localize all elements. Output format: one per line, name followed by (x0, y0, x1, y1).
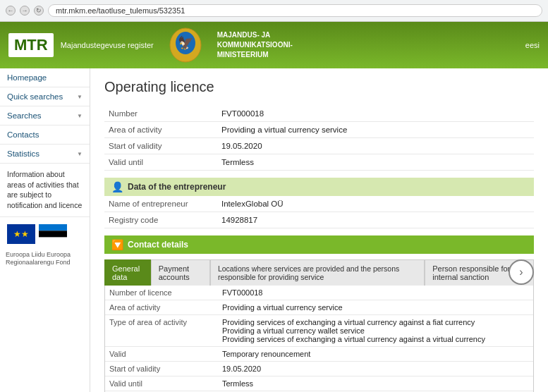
table-row: Name of entrepreneur IntelexGlobal OÜ (104, 196, 534, 212)
tab-content-general: Number of licence FVT000018 Area of acti… (104, 286, 534, 392)
logo-block: MTR Majandustegevuse register (8, 33, 154, 57)
coat-svg: 🦅 (168, 27, 203, 63)
contact-icon: 🔽 (111, 239, 123, 250)
table-row: Valid until Termless (104, 154, 534, 171)
page-title: Operating licence (104, 79, 534, 95)
site-header: MTR Majandustegevuse register 🦅 Majandus… (0, 22, 548, 68)
svg-rect-7 (39, 237, 67, 243)
language-switcher[interactable]: eesi (525, 41, 540, 49)
entrepreneur-icon: 👤 (111, 181, 123, 192)
sidebar-logos: ★★ (0, 217, 90, 251)
tab-general-data[interactable]: General data (104, 259, 151, 286)
coat-of-arms: 🦅 (168, 27, 203, 63)
sidebar-footer-text: Euroopa Liidu Euroopa Regionaalarengu Fo… (0, 251, 90, 271)
tab-next-button[interactable]: › (509, 259, 534, 285)
table-row: Type of area of activity Providing servi… (105, 315, 533, 347)
tab-payment-accounts[interactable]: Payment accounts (151, 259, 210, 286)
sidebar-item-quick-searches[interactable]: Quick searches (0, 87, 90, 106)
logo-mtr: MTR (8, 33, 54, 57)
address-bar[interactable]: mtr.mkm.ee/taotluse_tulemus/532351 (48, 4, 542, 17)
ministry-text: Majandus- ja Kommunikatsiooni- Ministeer… (217, 30, 293, 60)
sidebar-item-contacts[interactable]: Contacts (0, 125, 90, 145)
refresh-button[interactable]: ↻ (34, 6, 44, 16)
table-row: Registry code 14928817 (104, 212, 534, 228)
general-data-table: Number of licence FVT000018 Area of acti… (105, 286, 533, 392)
table-row: Valid Temporary renouncement (105, 347, 533, 362)
svg-rect-5 (39, 224, 67, 231)
browser-toolbar: ← → ↻ mtr.mkm.ee/taotluse_tulemus/532351 (0, 0, 548, 22)
logo-subtext: Majandustegevuse register (61, 40, 154, 50)
table-row: Number of licence FVT000018 (105, 286, 533, 300)
table-row: Number FVT000018 (104, 106, 534, 122)
table-row: Start of validity 19.05.2020 (105, 362, 533, 376)
tabs-container: General data Payment accounts Locations … (104, 259, 534, 286)
table-row: Valid until Termless (105, 376, 533, 391)
sidebar-item-searches[interactable]: Searches (0, 106, 90, 125)
sidebar-item-statistics[interactable]: Statistics (0, 145, 90, 164)
eu-flag-icon: ★★ (7, 224, 35, 244)
estonia-flag-icon (39, 224, 67, 244)
summary-table: Number FVT000018 Area of activity Provid… (104, 106, 534, 171)
svg-text:🦅: 🦅 (178, 35, 194, 51)
table-row: Start of validity 19.05.2020 (104, 138, 534, 154)
forward-button[interactable]: → (20, 6, 30, 16)
main-layout: Homepage Quick searches Searches Contact… (0, 68, 548, 392)
back-button[interactable]: ← (6, 6, 16, 16)
contact-section-header: 🔽 Contact details (104, 235, 534, 254)
tab-locations[interactable]: Locations where services are provided an… (210, 259, 425, 286)
entrepreneur-section-header: 👤 Data of the entrepreneur (104, 178, 534, 196)
sidebar-info-text: Information about areas of activities th… (0, 164, 90, 217)
content-area: Operating licence Number FVT000018 Area … (90, 68, 548, 392)
sidebar-item-homepage[interactable]: Homepage (0, 68, 90, 87)
entrepreneur-table: Name of entrepreneur IntelexGlobal OÜ Re… (104, 196, 534, 228)
sidebar: Homepage Quick searches Searches Contact… (0, 68, 90, 392)
table-row: Area of activity Providing a virtual cur… (104, 122, 534, 138)
svg-rect-6 (39, 231, 67, 237)
svg-text:★★: ★★ (13, 229, 29, 239)
table-row: Area of activity Providing a virtual cur… (105, 300, 533, 315)
